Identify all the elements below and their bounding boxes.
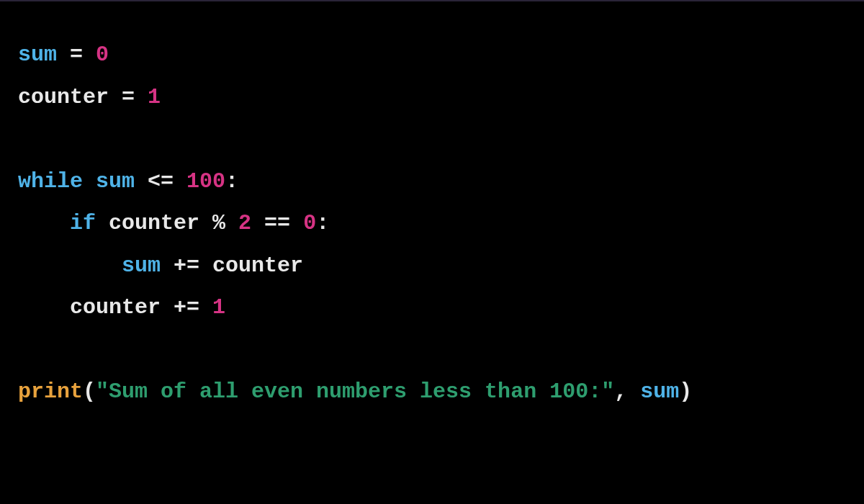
- number-literal: 0: [96, 42, 109, 67]
- code-line-2: counter = 1: [18, 85, 161, 109]
- number-literal: 2: [238, 211, 251, 235]
- indent: [18, 211, 70, 235]
- builtin-sum: sum: [96, 169, 135, 194]
- code-line-5: sum += counter: [18, 253, 303, 278]
- number-literal: 1: [212, 295, 225, 320]
- aug-assign-counter: += counter: [161, 253, 303, 278]
- colon: :: [316, 211, 329, 235]
- compare-op: <=: [135, 169, 186, 194]
- code-line-3: while sum <= 100:: [18, 169, 238, 194]
- number-literal: 100: [186, 169, 225, 194]
- aug-assign-counter: counter +=: [70, 295, 212, 320]
- keyword-if: if: [70, 211, 96, 235]
- assign-op: =: [122, 85, 148, 109]
- colon: :: [225, 169, 238, 194]
- code-line-6: counter += 1: [18, 295, 225, 320]
- builtin-sum: sum: [18, 42, 57, 67]
- space: [83, 169, 96, 194]
- paren-open: (: [83, 379, 96, 404]
- code-line-4: if counter % 2 == 0:: [18, 211, 329, 235]
- number-literal: 0: [303, 211, 316, 235]
- code-line-7: print("Sum of all even numbers less than…: [18, 379, 692, 404]
- identifier-counter: counter: [18, 85, 122, 109]
- indent: [18, 253, 122, 278]
- assign-op: =: [57, 42, 96, 67]
- function-print: print: [18, 379, 83, 404]
- identifier-counter: counter: [96, 211, 212, 235]
- eq-op: ==: [251, 211, 303, 235]
- number-literal: 1: [148, 85, 161, 109]
- space: [225, 211, 238, 235]
- keyword-while: while: [18, 169, 83, 194]
- paren-close: ): [679, 379, 692, 404]
- builtin-sum: sum: [122, 253, 161, 278]
- builtin-sum: sum: [640, 379, 679, 404]
- indent: [18, 295, 70, 320]
- comma: ,: [614, 379, 640, 404]
- code-line-1: sum = 0: [18, 42, 109, 67]
- string-literal: "Sum of all even numbers less than 100:": [96, 379, 614, 404]
- code-block: sum = 0 counter = 1 while sum <= 100: if…: [18, 34, 846, 413]
- mod-op: %: [212, 211, 225, 235]
